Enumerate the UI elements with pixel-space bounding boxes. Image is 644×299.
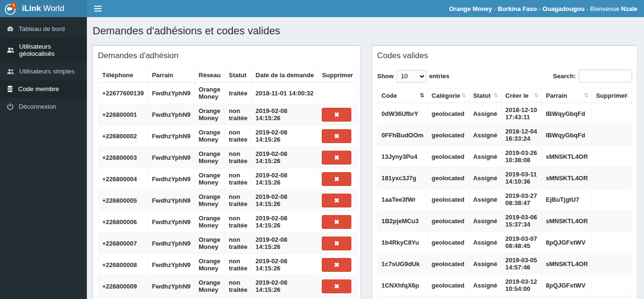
sortable-column-header[interactable]: ⇅ Catégorie	[428, 89, 469, 103]
brand-globe-pin-icon: $	[4, 1, 18, 16]
reseau-cell: Orange Money	[195, 254, 225, 276]
parrain-cell: FwdhzYphN9	[148, 233, 195, 254]
statut-cell: Assigné	[469, 146, 501, 167]
sortable-column-header[interactable]: ⇅ Parrain	[542, 89, 592, 103]
delete-request-button[interactable]: ✖	[322, 194, 351, 207]
cree-le-cell: 2019-03-06 15:37:34	[501, 210, 542, 232]
show-label: Show	[377, 72, 394, 80]
sortable-column-header[interactable]: ⇅ Code	[378, 89, 428, 103]
delete-request-button[interactable]: ✖	[322, 237, 351, 250]
sidebar-item-tableau-de-bord[interactable]: Tableau de bord	[0, 20, 87, 38]
table-row: +226800007 FwdhzYphN9 Orange Money non t…	[98, 233, 357, 254]
x-icon: ✖	[334, 197, 339, 204]
delete-request-button[interactable]: ✖	[322, 215, 351, 229]
code-cell: 1c7sUG9dUk	[378, 253, 428, 275]
date-cell: 2019-02-08 14:15:26	[252, 254, 318, 276]
parrain-cell: FwdhzYphN9	[148, 104, 195, 125]
statut-cell: non traitée	[225, 254, 252, 276]
sidebar: $ iLink World Tableau de bord	[0, 0, 87, 299]
supprimer-cell	[592, 253, 632, 275]
code-cell: 1aaTee3fWr	[378, 189, 428, 210]
supprimer-cell	[592, 275, 632, 296]
supprimer-cell	[592, 232, 632, 253]
statut-cell: Assigné	[469, 210, 501, 232]
panel-demandes-adhesion: Demandes d'adhésion TéléphoneParrainRése…	[93, 45, 360, 299]
column-header: Réseau	[195, 68, 225, 82]
categorie-cell: geolocated	[428, 124, 469, 146]
sidebar-item-label: Code membre	[18, 85, 59, 93]
parrain-cell: 8pQJGFxtWV	[542, 275, 592, 296]
delete-request-button[interactable]: ✖	[322, 108, 351, 122]
parrain-cell: sMNSKTL4OR	[542, 210, 592, 232]
code-cell: 13Jyny3Pu4	[378, 146, 428, 167]
statut-cell: traitée	[225, 82, 252, 104]
reseau-cell: Orange Money	[195, 168, 225, 190]
statut-cell: Assigné	[469, 296, 501, 299]
parrain-cell: 8pQJGFxtWV	[542, 232, 592, 253]
date-cell: 2019-02-08 14:15:26	[252, 104, 318, 125]
sortable-column-header[interactable]: ⇅ Créer le	[501, 89, 542, 103]
hamburger-icon	[94, 6, 102, 7]
supprimer-cell	[592, 146, 632, 167]
delete-request-button[interactable]: ✖	[322, 129, 351, 143]
x-icon: ✖	[334, 111, 339, 118]
statut-cell: non traitée	[225, 276, 252, 297]
sortable-column-header[interactable]: ⇅ Statut	[469, 89, 501, 103]
parrain-cell: FwdhzYphN9	[148, 211, 195, 233]
statut-cell: Assigné	[469, 275, 501, 296]
code-cell: 1b4RkyC8Yu	[378, 232, 428, 253]
categorie-cell: geolocated	[428, 232, 469, 253]
statut-cell: non traitée	[225, 147, 252, 168]
code-cell: 0FFhBudOOm	[378, 124, 428, 146]
users-icon	[7, 47, 14, 53]
date-cell: 2019-02-08 14:15:26	[252, 233, 318, 254]
table-row: 1aaTee3fWr geolocated Assigné 2019-03-27…	[378, 189, 632, 210]
supprimer-cell	[592, 210, 632, 232]
column-header: Date de la demande	[252, 68, 318, 82]
statut-cell: non traitée	[225, 297, 252, 299]
sidebar-item-deconnexion[interactable]: Déconnexion	[0, 98, 87, 115]
welcome-text: Orange Money - Burkina Faso - Ouagadougo…	[449, 5, 644, 12]
statut-cell: non traitée	[225, 211, 252, 233]
parrain-cell: FwdhzYphN9	[148, 82, 195, 104]
content-area: Demandes d'adhésions et codes valides De…	[87, 17, 644, 299]
sidebar-item-utilisateurs-simples[interactable]: Utilisateurs simples	[0, 62, 87, 80]
phone-cell: +226800007	[98, 233, 148, 254]
statut-cell: Assigné	[469, 189, 501, 210]
panel-title: Demandes d'adhésion	[93, 46, 360, 65]
column-header: Statut	[225, 68, 252, 82]
x-icon: ✖	[334, 240, 339, 247]
reseau-cell: Orange Money	[195, 125, 225, 147]
date-cell: 2019-02-08 14:15:26	[252, 125, 318, 147]
sort-icon: ⇅	[461, 92, 466, 99]
table-row: 1CNXhfqX6p geolocated Assigné 2019-03-12…	[378, 275, 632, 296]
phone-cell: +226800004	[98, 168, 148, 190]
database-icon	[7, 85, 13, 93]
sortable-column-header[interactable]: ⇅ Supprimer	[592, 89, 632, 103]
search-label: Search:	[553, 72, 576, 80]
top-navbar: Orange Money - Burkina Faso - Ouagadougo…	[87, 0, 644, 17]
column-header: Parrain	[148, 68, 195, 82]
brand-name: iLink World	[22, 4, 64, 13]
delete-request-button[interactable]: ✖	[322, 151, 351, 165]
categorie-cell: geolocated	[428, 103, 469, 124]
table-row: 0FFhBudOOm geolocated Assigné 2018-12-04…	[378, 124, 632, 146]
search-input[interactable]	[579, 70, 632, 82]
app-logo[interactable]: $ iLink World	[0, 0, 87, 17]
delete-request-button[interactable]: ✖	[322, 258, 351, 272]
sidebar-item-utilisateurs-geolocalises[interactable]: Utilisateurs géolocalisés	[0, 38, 87, 62]
statut-cell: Assigné	[469, 103, 501, 124]
sidebar-item-code-membre[interactable]: Code membre	[0, 80, 87, 98]
table-row: +226800003 FwdhzYphN9 Orange Money non t…	[98, 147, 357, 168]
codes-table: ⇅ Code ⇅ Catégorie	[377, 88, 632, 299]
parrain-cell: FwdhzYphN9	[148, 190, 195, 211]
entries-select[interactable]: 10	[397, 70, 426, 82]
table-row: +226800001 FwdhzYphN9 Orange Money non t…	[98, 104, 357, 125]
categorie-cell: geolocated	[428, 146, 469, 167]
delete-request-button[interactable]: ✖	[322, 279, 351, 293]
delete-request-button[interactable]: ✖	[322, 172, 351, 186]
parrain-cell: FwdhzYphN9	[148, 147, 195, 168]
sidebar-toggle-button[interactable]	[87, 0, 109, 17]
x-icon: ✖	[334, 261, 339, 268]
entries-label: entries	[429, 72, 450, 80]
